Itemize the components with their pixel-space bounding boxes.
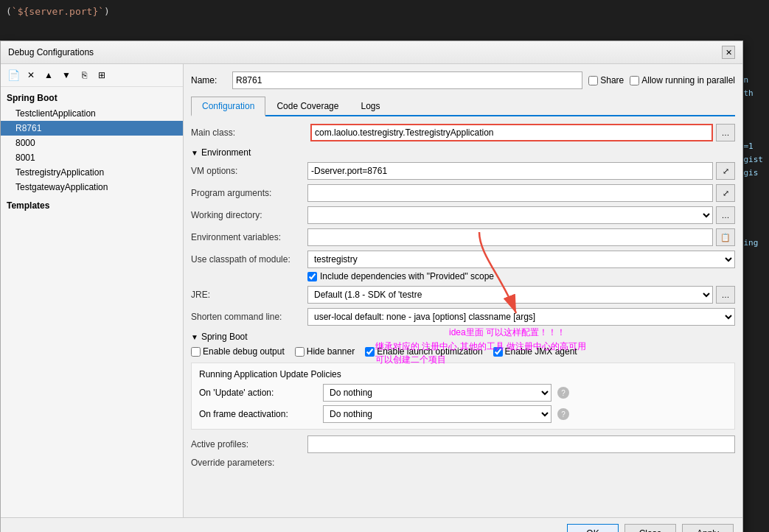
provided-scope-label[interactable]: Include dependencies with "Provided" sco… bbox=[307, 271, 735, 281]
jre-select[interactable]: Default (1.8 - SDK of 'testre bbox=[307, 286, 713, 304]
sidebar-section-templates: Templates bbox=[1, 197, 183, 214]
dialog-titlebar: Debug Configurations ✕ bbox=[1, 41, 742, 64]
working-dir-select[interactable] bbox=[307, 206, 713, 224]
classpath-select[interactable]: testregistry bbox=[307, 251, 735, 268]
new-config-button[interactable]: 📄 bbox=[5, 67, 21, 83]
tab-configuration[interactable]: Configuration bbox=[191, 97, 265, 116]
jre-row: JRE: Default (1.8 - SDK of 'testre … bbox=[191, 286, 735, 304]
on-update-help-icon[interactable]: ? bbox=[557, 387, 569, 399]
share-checkbox[interactable] bbox=[588, 76, 598, 85]
environment-triangle: ▼ bbox=[191, 149, 198, 157]
working-dir-label: Working directory: bbox=[191, 210, 307, 220]
debug-output-label[interactable]: Enable debug output bbox=[191, 346, 285, 357]
spring-boot-triangle: ▼ bbox=[191, 333, 198, 341]
parallel-checkbox-label[interactable]: Allow running in parallel bbox=[630, 75, 735, 85]
dialog-close-button[interactable]: ✕ bbox=[722, 46, 735, 59]
spring-boot-checkboxes: Enable debug output Hide banner Enable l… bbox=[191, 346, 735, 357]
spring-boot-label: Spring Boot bbox=[201, 332, 248, 342]
tab-logs[interactable]: Logs bbox=[349, 97, 391, 115]
sidebar-toolbar: 📄 ✕ ▲ ▼ ⎘ ⊞ bbox=[1, 64, 183, 87]
on-update-label: On 'Update' action: bbox=[199, 388, 317, 398]
shorten-cmd-row: Shorten command line: user-local default… bbox=[191, 308, 735, 326]
vm-options-label: VM options: bbox=[191, 166, 307, 176]
env-vars-label: Environment variables: bbox=[191, 232, 307, 242]
jre-label: JRE: bbox=[191, 290, 307, 300]
debug-configurations-dialog: Debug Configurations ✕ 📄 ✕ ▲ ▼ ⎘ ⊞ bbox=[0, 41, 743, 532]
dialog-footer: OK Close Apply bbox=[1, 517, 742, 532]
env-vars-input[interactable] bbox=[307, 228, 713, 246]
classpath-row: Use classpath of module: testregistry bbox=[191, 251, 735, 268]
right-panel: Name: Share Allow running in parallel Co… bbox=[184, 64, 742, 517]
launch-opt-checkbox[interactable] bbox=[365, 347, 375, 357]
debug-output-checkbox[interactable] bbox=[191, 347, 201, 357]
on-frame-select[interactable]: Do nothing Update classes and resources bbox=[323, 405, 551, 423]
sidebar-item-8001[interactable]: 8001 bbox=[1, 150, 183, 165]
jmx-agent-checkbox[interactable] bbox=[493, 347, 503, 357]
on-frame-label: On frame deactivation: bbox=[199, 409, 317, 419]
sidebar-item-8000[interactable]: 8000 bbox=[1, 136, 183, 150]
name-input[interactable] bbox=[232, 71, 582, 89]
working-dir-row: Working directory: … bbox=[191, 206, 735, 224]
jre-browse-button[interactable]: … bbox=[716, 286, 735, 304]
sidebar-item-testclient[interactable]: TestclientApplication bbox=[1, 106, 183, 121]
close-button[interactable]: Close bbox=[624, 524, 676, 532]
program-args-row: Program arguments: ⤢ bbox=[191, 184, 735, 202]
classpath-label: Use classpath of module: bbox=[191, 254, 307, 265]
hide-banner-label[interactable]: Hide banner bbox=[295, 346, 355, 357]
env-vars-row: Environment variables: 📋 bbox=[191, 228, 735, 246]
sidebar: 📄 ✕ ▲ ▼ ⎘ ⊞ Spring Boot TestclientApplic… bbox=[1, 64, 184, 517]
shorten-cmd-select[interactable]: user-local default: none - java [options… bbox=[307, 308, 735, 326]
vm-options-expand-button[interactable]: ⤢ bbox=[716, 162, 735, 180]
name-row: Name: Share Allow running in parallel bbox=[191, 71, 735, 89]
tabs-bar: Configuration Code Coverage Logs bbox=[191, 97, 735, 116]
working-dir-browse-button[interactable]: … bbox=[716, 206, 735, 224]
active-profiles-input[interactable] bbox=[307, 435, 735, 453]
main-class-input[interactable] bbox=[310, 124, 713, 141]
launch-opt-label[interactable]: Enable launch optimization bbox=[365, 346, 482, 357]
sidebar-item-testgateway[interactable]: TestgatewayApplication bbox=[1, 180, 183, 195]
move-down-button[interactable]: ▼ bbox=[58, 67, 74, 83]
sidebar-item-testregistry[interactable]: TestregistryApplication bbox=[1, 165, 183, 180]
delete-config-button[interactable]: ✕ bbox=[23, 67, 39, 83]
provided-scope-row: Include dependencies with "Provided" sco… bbox=[191, 271, 735, 281]
spring-boot-section-header: ▼ Spring Boot bbox=[191, 332, 735, 342]
name-label: Name: bbox=[191, 75, 226, 85]
program-args-label: Program arguments: bbox=[191, 188, 307, 198]
main-class-browse-button[interactable]: … bbox=[716, 124, 735, 141]
on-frame-help-icon[interactable]: ? bbox=[557, 408, 569, 420]
shorten-cmd-label: Shorten command line: bbox=[191, 312, 307, 322]
vm-options-row: VM options: ⤢ bbox=[191, 162, 735, 180]
provided-scope-checkbox[interactable] bbox=[307, 272, 317, 281]
program-args-expand-button[interactable]: ⤢ bbox=[716, 184, 735, 202]
environment-label: Environment bbox=[201, 147, 251, 158]
update-policies-title: Running Application Update Policies bbox=[199, 369, 727, 379]
sidebar-section-spring-boot: Spring Boot bbox=[1, 90, 183, 106]
share-checkbox-label[interactable]: Share bbox=[588, 75, 624, 85]
parallel-checkbox[interactable] bbox=[630, 76, 639, 85]
tab-code-coverage[interactable]: Code Coverage bbox=[265, 97, 349, 115]
apply-button[interactable]: Apply bbox=[682, 524, 734, 532]
main-class-label: Main class: bbox=[191, 127, 307, 138]
copy-config-button[interactable]: ⎘ bbox=[76, 67, 92, 83]
active-profiles-label: Active profiles: bbox=[191, 439, 307, 449]
dialog-title: Debug Configurations bbox=[8, 47, 94, 57]
ok-button[interactable]: OK bbox=[567, 524, 619, 532]
vm-options-input[interactable] bbox=[307, 162, 713, 180]
main-class-row: Main class: … bbox=[191, 124, 735, 141]
hide-banner-checkbox[interactable] bbox=[295, 347, 305, 357]
on-frame-row: On frame deactivation: Do nothing Update… bbox=[199, 405, 727, 423]
override-params-label: Override parameters: bbox=[191, 458, 307, 468]
sidebar-item-r8761[interactable]: R8761 bbox=[1, 121, 183, 136]
move-up-button[interactable]: ▲ bbox=[41, 67, 57, 83]
env-vars-browse-button[interactable]: 📋 bbox=[716, 228, 735, 246]
dialog-body: 📄 ✕ ▲ ▼ ⎘ ⊞ Spring Boot TestclientApplic… bbox=[1, 64, 742, 517]
program-args-input[interactable] bbox=[307, 184, 713, 202]
on-update-row: On 'Update' action: Do nothing Update cl… bbox=[199, 384, 727, 402]
environment-section-header: ▼ Environment bbox=[191, 147, 735, 158]
override-params-row: Override parameters: bbox=[191, 458, 735, 468]
update-policies-box: Running Application Update Policies On '… bbox=[191, 363, 735, 430]
filter-button[interactable]: ⊞ bbox=[94, 67, 110, 83]
jmx-agent-label[interactable]: Enable JMX agent bbox=[493, 346, 577, 357]
on-update-select[interactable]: Do nothing Update classes and resources bbox=[323, 384, 551, 402]
code-line: ( bbox=[6, 6, 12, 17]
